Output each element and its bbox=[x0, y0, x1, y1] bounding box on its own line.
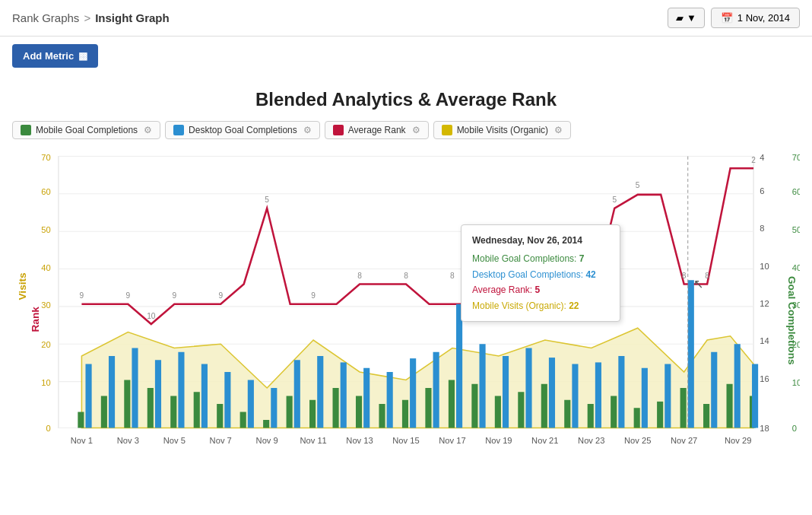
svg-rect-77 bbox=[634, 408, 640, 428]
svg-rect-53 bbox=[78, 412, 84, 428]
svg-text:10: 10 bbox=[760, 261, 769, 270]
svg-text:70: 70 bbox=[41, 153, 50, 162]
svg-rect-107 bbox=[642, 368, 648, 428]
legend-mobile-goal[interactable]: Mobile Goal Completions ⚙ bbox=[12, 121, 160, 139]
svg-text:Nov 9: Nov 9 bbox=[256, 436, 278, 445]
svg-text:6: 6 bbox=[760, 186, 764, 196]
svg-text:40: 40 bbox=[41, 262, 50, 272]
svg-rect-76 bbox=[611, 396, 617, 428]
legend-label-desktop-goal: Desktop Goal Completions bbox=[189, 125, 297, 135]
chart-title: Blended Analytics & Average Rank bbox=[12, 75, 800, 121]
svg-text:12: 12 bbox=[760, 299, 769, 308]
svg-rect-99 bbox=[456, 304, 462, 428]
breadcrumb-current: Insight Graph bbox=[95, 11, 170, 24]
svg-text:5: 5 bbox=[265, 196, 269, 204]
svg-text:8: 8 bbox=[705, 272, 709, 280]
svg-rect-65 bbox=[356, 396, 362, 428]
svg-text:16: 16 bbox=[760, 374, 769, 383]
svg-rect-75 bbox=[588, 404, 594, 428]
svg-text:9: 9 bbox=[172, 291, 176, 300]
svg-text:Goal Completions: Goal Completions bbox=[786, 276, 798, 365]
svg-text:Nov 25: Nov 25 bbox=[624, 436, 651, 445]
svg-rect-64 bbox=[333, 388, 339, 428]
svg-rect-55 bbox=[124, 380, 130, 428]
header-right: ▰ ▼ 📅 1 Nov, 2014 bbox=[668, 8, 800, 28]
svg-text:40: 40 bbox=[792, 262, 800, 272]
svg-rect-83 bbox=[85, 364, 91, 428]
svg-text:4: 4 bbox=[760, 153, 764, 162]
svg-text:Nov 3: Nov 3 bbox=[117, 436, 139, 445]
gear-icon-desktop-goal[interactable]: ⚙ bbox=[303, 125, 312, 135]
svg-rect-100 bbox=[479, 344, 485, 428]
svg-rect-58 bbox=[194, 392, 200, 428]
svg-rect-60 bbox=[240, 412, 246, 428]
svg-rect-87 bbox=[178, 352, 184, 428]
legend-label-avg-rank: Average Rank bbox=[348, 125, 406, 135]
legend-color-avg-rank bbox=[333, 125, 344, 135]
svg-rect-109 bbox=[688, 280, 694, 428]
svg-text:Nov 1: Nov 1 bbox=[71, 436, 93, 445]
svg-rect-66 bbox=[379, 404, 385, 428]
add-metric-label: Add Metric bbox=[23, 50, 74, 62]
date-label: 1 Nov, 2014 bbox=[737, 12, 790, 24]
svg-rect-90 bbox=[248, 380, 254, 428]
svg-text:9: 9 bbox=[496, 291, 501, 300]
svg-text:8: 8 bbox=[357, 272, 362, 280]
svg-text:Visits: Visits bbox=[17, 272, 28, 300]
svg-rect-80 bbox=[703, 404, 709, 428]
svg-rect-67 bbox=[402, 400, 408, 428]
legend-label-mobile-goal: Mobile Goal Completions bbox=[36, 125, 138, 135]
svg-rect-97 bbox=[410, 358, 416, 428]
svg-text:Nov 21: Nov 21 bbox=[531, 436, 558, 445]
svg-text:Nov 27: Nov 27 bbox=[671, 436, 697, 445]
svg-text:Nov 11: Nov 11 bbox=[300, 436, 326, 445]
legend-avg-rank[interactable]: Average Rank ⚙ bbox=[325, 121, 429, 139]
svg-rect-86 bbox=[155, 360, 161, 428]
legend-label-mobile-visits: Mobile Visits (Organic) bbox=[457, 125, 548, 135]
svg-rect-70 bbox=[471, 384, 477, 428]
svg-text:9: 9 bbox=[311, 291, 316, 300]
svg-text:Nov 15: Nov 15 bbox=[392, 436, 419, 445]
svg-rect-71 bbox=[495, 396, 501, 428]
svg-rect-111 bbox=[734, 344, 741, 428]
breadcrumb-parent[interactable]: Rank Graphs bbox=[12, 11, 79, 24]
svg-rect-74 bbox=[564, 400, 570, 428]
date-button[interactable]: 📅 1 Nov, 2014 bbox=[711, 8, 800, 28]
svg-rect-106 bbox=[618, 356, 624, 428]
svg-rect-112 bbox=[752, 364, 758, 428]
svg-rect-59 bbox=[217, 404, 223, 428]
svg-text:9: 9 bbox=[80, 291, 84, 300]
add-metric-button[interactable]: Add Metric ▩ bbox=[12, 44, 98, 68]
svg-rect-94 bbox=[341, 362, 347, 428]
calendar-icon: 📅 bbox=[721, 12, 733, 24]
svg-text:5: 5 bbox=[636, 181, 640, 189]
gear-icon-mobile-visits[interactable]: ⚙ bbox=[554, 125, 563, 135]
chart-container: 0 10 20 30 40 50 60 70 Visits Rank 4 6 8… bbox=[12, 148, 800, 468]
svg-rect-108 bbox=[665, 364, 671, 428]
gear-icon-avg-rank[interactable]: ⚙ bbox=[412, 125, 420, 135]
legend-mobile-visits[interactable]: Mobile Visits (Organic) ⚙ bbox=[433, 121, 571, 139]
svg-text:20: 20 bbox=[41, 340, 50, 349]
svg-rect-95 bbox=[363, 368, 370, 428]
svg-rect-89 bbox=[224, 372, 230, 428]
svg-text:60: 60 bbox=[792, 187, 800, 196]
svg-text:30: 30 bbox=[41, 300, 50, 310]
svg-text:Nov 19: Nov 19 bbox=[485, 436, 512, 445]
svg-text:9: 9 bbox=[218, 291, 223, 300]
svg-rect-69 bbox=[449, 380, 455, 428]
svg-rect-84 bbox=[109, 356, 115, 428]
cube-button[interactable]: ▰ ▼ bbox=[668, 8, 705, 28]
svg-text:0: 0 bbox=[46, 424, 51, 433]
main-chart-svg: 0 10 20 30 40 50 60 70 Visits Rank 4 6 8… bbox=[12, 148, 800, 468]
svg-rect-68 bbox=[425, 388, 431, 428]
gear-icon-mobile-goal[interactable]: ⚙ bbox=[144, 125, 152, 135]
svg-rect-96 bbox=[387, 372, 393, 428]
svg-rect-61 bbox=[263, 420, 269, 428]
legend-desktop-goal[interactable]: Desktop Goal Completions ⚙ bbox=[165, 121, 320, 139]
cube-dropdown-arrow: ▼ bbox=[687, 12, 696, 24]
svg-text:18: 18 bbox=[760, 424, 769, 433]
svg-text:2: 2 bbox=[751, 156, 756, 164]
svg-rect-79 bbox=[680, 388, 687, 428]
legend-color-desktop-goal bbox=[173, 125, 184, 135]
svg-rect-101 bbox=[503, 356, 509, 428]
